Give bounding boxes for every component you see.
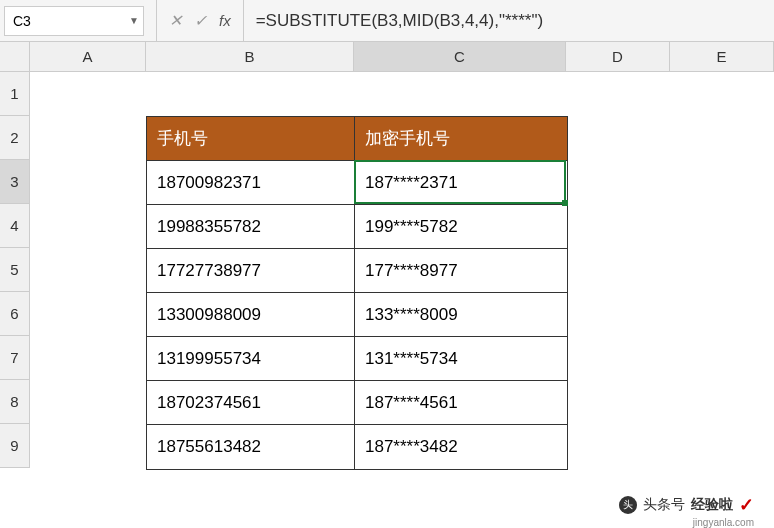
row-header-7[interactable]: 7	[0, 336, 30, 380]
col-header-C[interactable]: C	[354, 42, 566, 72]
formula-controls: ✕ ✓ fx	[156, 0, 244, 41]
cell-C8[interactable]: 187****4561	[355, 381, 567, 425]
watermark-sub: jingyanla.com	[693, 517, 754, 528]
table-row: 19988355782 199****5782	[147, 205, 567, 249]
table-row: 13199955734 131****5734	[147, 337, 567, 381]
select-all-corner[interactable]	[0, 42, 30, 72]
cancel-icon[interactable]: ✕	[169, 11, 182, 30]
cell-C9[interactable]: 187****3482	[355, 425, 567, 469]
row-header-4[interactable]: 4	[0, 204, 30, 248]
cell-B7[interactable]: 13199955734	[147, 337, 355, 381]
cell-B3[interactable]: 18700982371	[147, 161, 355, 205]
watermark-text2: 经验啦	[691, 496, 733, 514]
name-box-value: C3	[13, 13, 31, 29]
cell-C7[interactable]: 131****5734	[355, 337, 567, 381]
formula-bar: C3 ▼ ✕ ✓ fx =SUBSTITUTE(B3,MID(B3,4,4),"…	[0, 0, 774, 42]
row-header-1[interactable]: 1	[0, 72, 30, 116]
table-row: 18755613482 187****3482	[147, 425, 567, 469]
watermark-logo-icon: 头	[619, 496, 637, 514]
cell-B4[interactable]: 19988355782	[147, 205, 355, 249]
col-header-A[interactable]: A	[30, 42, 146, 72]
cell-C5[interactable]: 177****8977	[355, 249, 567, 293]
cell-B5[interactable]: 17727738977	[147, 249, 355, 293]
table-row: 18700982371 187****2371	[147, 161, 567, 205]
col-header-E[interactable]: E	[670, 42, 774, 72]
fx-icon[interactable]: fx	[219, 12, 231, 29]
cell-C6[interactable]: 133****8009	[355, 293, 567, 337]
cell-B6[interactable]: 13300988009	[147, 293, 355, 337]
confirm-icon[interactable]: ✓	[194, 11, 207, 30]
table-row: 17727738977 177****8977	[147, 249, 567, 293]
col-header-D[interactable]: D	[566, 42, 670, 72]
name-box[interactable]: C3 ▼	[4, 6, 144, 36]
col-header-B[interactable]: B	[146, 42, 354, 72]
checkmark-icon: ✓	[739, 494, 754, 516]
cell-C3[interactable]: 187****2371	[355, 161, 567, 205]
chevron-down-icon[interactable]: ▼	[129, 15, 139, 26]
data-table: 手机号 加密手机号 18700982371 187****2371 199883…	[146, 116, 568, 470]
spreadsheet-grid: 1 2 3 4 5 6 7 8 9 A B C D E 手机号 加密手机号	[0, 42, 774, 528]
row-header-6[interactable]: 6	[0, 292, 30, 336]
row-header-8[interactable]: 8	[0, 380, 30, 424]
column-headers: A B C D E	[30, 42, 774, 72]
cell-C4[interactable]: 199****5782	[355, 205, 567, 249]
row-header-5[interactable]: 5	[0, 248, 30, 292]
watermark-text1: 头条号	[643, 496, 685, 514]
row-header-3[interactable]: 3	[0, 160, 30, 204]
table-header-row: 手机号 加密手机号	[147, 117, 567, 161]
row-header-2[interactable]: 2	[0, 116, 30, 160]
header-masked[interactable]: 加密手机号	[355, 117, 567, 161]
row-header-9[interactable]: 9	[0, 424, 30, 468]
formula-input[interactable]: =SUBSTITUTE(B3,MID(B3,4,4),"****")	[244, 0, 774, 41]
table-row: 18702374561 187****4561	[147, 381, 567, 425]
header-phone[interactable]: 手机号	[147, 117, 355, 161]
table-row: 13300988009 133****8009	[147, 293, 567, 337]
row-headers: 1 2 3 4 5 6 7 8 9	[0, 72, 30, 468]
watermark: 头 头条号 经验啦 ✓ jingyanla.com	[619, 494, 754, 516]
cells-area[interactable]: 手机号 加密手机号 18700982371 187****2371 199883…	[30, 72, 774, 528]
cell-B9[interactable]: 18755613482	[147, 425, 355, 469]
formula-text: =SUBSTITUTE(B3,MID(B3,4,4),"****")	[256, 11, 543, 31]
cell-B8[interactable]: 18702374561	[147, 381, 355, 425]
